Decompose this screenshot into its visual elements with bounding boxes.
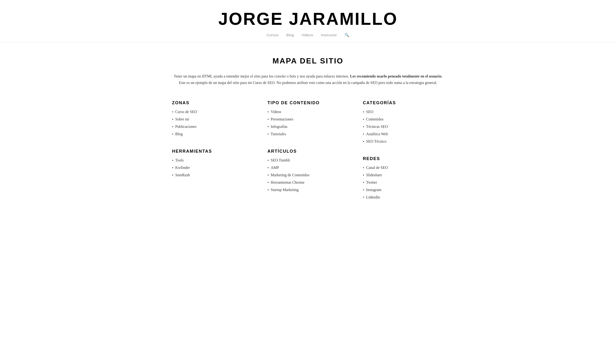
list-item-link[interactable]: Slideshare <box>366 173 382 177</box>
section-list: ToolsKwfinderSemRush <box>172 158 253 178</box>
list-item[interactable]: Canal de SEO <box>363 166 444 170</box>
list-item[interactable]: Analítica Web <box>363 132 444 136</box>
list-item[interactable]: Contenidos <box>363 117 444 122</box>
list-item-link[interactable]: Contenidos <box>366 117 384 121</box>
list-item-link[interactable]: SemRush <box>175 173 190 177</box>
list-item[interactable]: Presentaciones <box>267 117 349 122</box>
list-item-link[interactable]: Publicaciones <box>175 125 197 129</box>
list-item[interactable]: Slideshare <box>363 173 444 178</box>
list-item-link[interactable]: Kwfinder <box>175 166 190 170</box>
section-heading: REDES <box>363 156 444 161</box>
list-item[interactable]: Blog <box>172 132 253 136</box>
sitemap-section-0-0: ZONASCurso de SEOSobre miPublicacionesBl… <box>172 100 253 139</box>
list-item[interactable]: Tutoriales <box>267 132 349 136</box>
sitemap-section-1-0: TIPO DE CONTENIDOVideosPresentacionesInf… <box>267 100 349 139</box>
list-item[interactable]: SEO <box>363 110 444 114</box>
list-item-link[interactable]: Presentaciones <box>271 117 293 121</box>
list-item[interactable]: Videos <box>267 110 349 114</box>
list-item-link[interactable]: Tutoriales <box>271 132 286 136</box>
sitemap-column-2: CATEGORÍASSEOContenidosTécnicas SEOAnalí… <box>363 100 444 203</box>
sitemap-section-1-1: ARTÍCULOSSEO TumblrAMPMarketing de Conte… <box>267 149 349 195</box>
nav-instructor[interactable]: Instructor <box>321 33 337 37</box>
list-item[interactable]: Sobre mi <box>172 117 253 122</box>
list-item[interactable]: Marketing de Contenidos <box>267 173 349 178</box>
list-item-link[interactable]: SEO <box>366 110 373 114</box>
list-item-link[interactable]: Analítica Web <box>366 132 388 136</box>
sitemap-grid: ZONASCurso de SEOSobre miPublicacionesBl… <box>172 100 444 203</box>
list-item-link[interactable]: AMP <box>271 166 279 170</box>
section-list: Canal de SEOSlideshareTwitterInstagramLi… <box>363 166 444 200</box>
list-item-link[interactable]: SEO Tumblr <box>271 158 290 162</box>
nav-videos[interactable]: Videos <box>301 33 313 37</box>
list-item-link[interactable]: Herramientas Chrome <box>271 180 305 185</box>
page-title: MAPA DEL SITIO <box>172 56 444 65</box>
list-item-link[interactable]: Tools <box>175 158 184 162</box>
list-item[interactable]: SEO Tumblr <box>267 158 349 163</box>
list-item[interactable]: Linkedin <box>363 195 444 200</box>
section-list: SEO TumblrAMPMarketing de ContenidosHerr… <box>267 158 349 192</box>
sitemap-column-0: ZONASCurso de SEOSobre miPublicacionesBl… <box>172 100 253 203</box>
nav-blog[interactable]: Blog <box>286 33 294 37</box>
list-item[interactable]: Tools <box>172 158 253 163</box>
section-heading: ARTÍCULOS <box>267 149 349 154</box>
list-item[interactable]: Instagram <box>363 188 444 192</box>
list-item-link[interactable]: Twitter <box>366 180 377 185</box>
site-title: JORGE JARAMILLO <box>5 10 611 28</box>
list-item-link[interactable]: Marketing de Contenidos <box>271 173 310 177</box>
description-part2: Este es un ejemplo de un mapa del sitio … <box>179 81 437 85</box>
list-item[interactable]: Startup Marketing <box>267 188 349 192</box>
list-item[interactable]: SemRush <box>172 173 253 178</box>
site-nav: Cursos Blog Videos Instructor 🔍 <box>5 33 611 37</box>
list-item[interactable]: AMP <box>267 166 349 170</box>
section-heading: ZONAS <box>172 100 253 105</box>
list-item-link[interactable]: Canal de SEO <box>366 166 388 170</box>
site-header: JORGE JARAMILLO Cursos Blog Videos Instr… <box>0 0 616 42</box>
list-item-link[interactable]: SEO Técnico <box>366 139 386 143</box>
list-item[interactable]: SEO Técnico <box>363 139 444 144</box>
section-heading: HERRAMIENTAS <box>172 149 253 154</box>
section-list: Curso de SEOSobre miPublicacionesBlog <box>172 110 253 136</box>
main-content: MAPA DEL SITIO Tener un mapa en HTML ayu… <box>153 42 463 221</box>
list-item-link[interactable]: Infografías <box>271 125 288 129</box>
search-icon[interactable]: 🔍 <box>344 33 349 37</box>
list-item[interactable]: Infografías <box>267 125 349 129</box>
list-item-link[interactable]: Linkedin <box>366 195 380 199</box>
sitemap-section-2-1: REDESCanal de SEOSlideshareTwitterInstag… <box>363 156 444 203</box>
list-item-link[interactable]: Blog <box>175 132 183 136</box>
section-list: VideosPresentacionesInfografíasTutoriale… <box>267 110 349 136</box>
description-part1: Tener un mapa en HTML ayuda a entender m… <box>174 74 349 78</box>
list-item[interactable]: Curso de SEO <box>172 110 253 114</box>
section-heading: TIPO DE CONTENIDO <box>267 100 349 105</box>
list-item[interactable]: Publicaciones <box>172 125 253 129</box>
list-item-link[interactable]: Instagram <box>366 188 381 192</box>
list-item[interactable]: Herramientas Chrome <box>267 180 349 185</box>
list-item[interactable]: Kwfinder <box>172 166 253 170</box>
sitemap-column-1: TIPO DE CONTENIDOVideosPresentacionesInf… <box>267 100 349 203</box>
sitemap-section-2-0: CATEGORÍASSEOContenidosTécnicas SEOAnalí… <box>363 100 444 147</box>
section-list: SEOContenidosTécnicas SEOAnalítica WebSE… <box>363 110 444 144</box>
nav-cursos[interactable]: Cursos <box>267 33 279 37</box>
list-item-link[interactable]: Curso de SEO <box>175 110 197 114</box>
list-item-link[interactable]: Técnicas SEO <box>366 125 388 129</box>
section-heading: CATEGORÍAS <box>363 100 444 105</box>
list-item-link[interactable]: Sobre mi <box>175 117 189 121</box>
description-bold: Les recomiendo usarlo pensado totalmente… <box>349 74 442 78</box>
list-item[interactable]: Twitter <box>363 180 444 185</box>
list-item-link[interactable]: Videos <box>271 110 281 114</box>
list-item[interactable]: Técnicas SEO <box>363 125 444 129</box>
sitemap-section-0-1: HERRAMIENTASToolsKwfinderSemRush <box>172 149 253 180</box>
list-item-link[interactable]: Startup Marketing <box>271 188 299 192</box>
page-description: Tener un mapa en HTML ayuda a entender m… <box>172 73 444 86</box>
